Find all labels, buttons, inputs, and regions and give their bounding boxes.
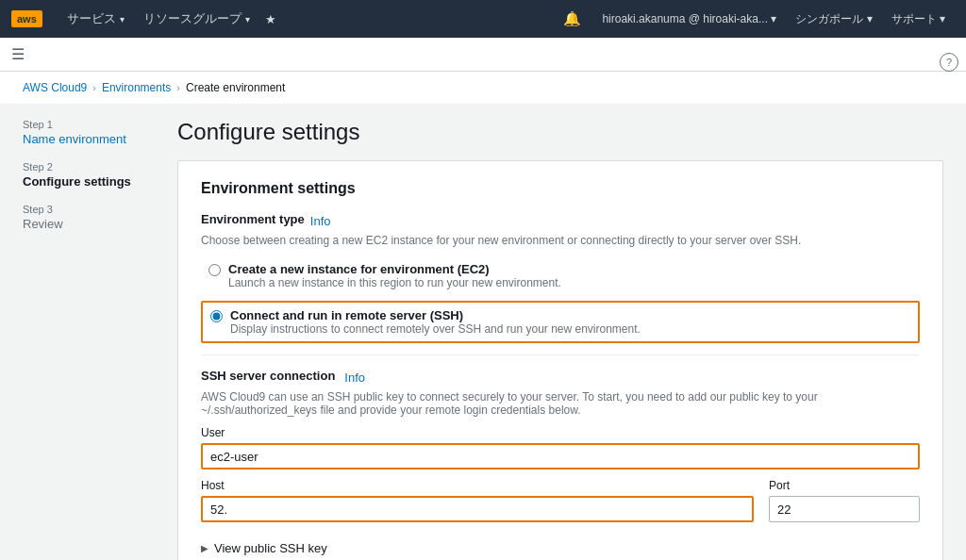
host-port-row: Host Port bbox=[201, 479, 920, 532]
breadcrumb-root[interactable]: AWS Cloud9 bbox=[23, 81, 87, 94]
ec2-radio[interactable] bbox=[208, 264, 221, 276]
support-menu[interactable]: サポート ▾ bbox=[882, 11, 955, 27]
ssh-desc: Display instructions to connect remotely… bbox=[230, 322, 641, 336]
port-field-group: Port bbox=[769, 479, 920, 522]
resource-group-menu[interactable]: リソースグループ ▾ bbox=[134, 0, 259, 38]
environment-settings-panel: Environment settings Environment type In… bbox=[177, 160, 943, 560]
page-title-area: Configure settings bbox=[177, 119, 943, 145]
ssh-radio[interactable] bbox=[210, 310, 223, 322]
user-menu[interactable]: hiroaki.akanuma @ hiroaki-aka... ▾ bbox=[592, 12, 786, 25]
region-menu[interactable]: シンガポール ▾ bbox=[786, 11, 881, 27]
view-ssh-key-chevron: ▶ bbox=[201, 543, 208, 553]
user-label: User bbox=[201, 426, 920, 439]
view-ssh-key-label: View public SSH key bbox=[214, 541, 327, 555]
host-input[interactable] bbox=[201, 496, 754, 522]
favorites-icon[interactable]: ★ bbox=[265, 12, 276, 26]
ssh-section-title: SSH server connection bbox=[201, 369, 335, 383]
region-chevron: ▾ bbox=[867, 12, 873, 25]
ec2-desc: Launch a new instance in this region to … bbox=[228, 276, 561, 289]
aws-logo: aws bbox=[11, 10, 42, 27]
user-field-group: User bbox=[201, 426, 920, 469]
user-chevron: ▾ bbox=[771, 12, 776, 25]
env-type-label: Environment type bbox=[201, 212, 305, 226]
hamburger-menu[interactable]: ☰ bbox=[11, 45, 25, 63]
host-field-group: Host bbox=[201, 479, 754, 522]
top-navigation: aws サービス ▾ リソースグループ ▾ ★ 🔔 hiroaki.akanum… bbox=[0, 0, 966, 38]
services-menu[interactable]: サービス ▾ bbox=[58, 0, 134, 38]
ssh-section: SSH server connection Info AWS Cloud9 ca… bbox=[201, 369, 920, 560]
user-input[interactable] bbox=[201, 443, 920, 469]
notifications-icon[interactable]: 🔔 bbox=[552, 10, 592, 27]
option-ssh[interactable]: Connect and run in remote server (SSH) D… bbox=[201, 301, 920, 343]
breadcrumb-parent[interactable]: Environments bbox=[102, 81, 171, 94]
port-label: Port bbox=[769, 479, 920, 492]
step-1-name[interactable]: Name environment bbox=[23, 132, 155, 146]
wizard-steps: Step 1 Name environment Step 2 Configure… bbox=[23, 119, 155, 560]
step-3: Step 3 Review bbox=[23, 204, 155, 231]
breadcrumb-sep1: › bbox=[92, 82, 96, 93]
host-label: Host bbox=[201, 479, 754, 492]
main-layout: Step 1 Name environment Step 2 Configure… bbox=[0, 104, 966, 560]
step-2-name: Configure settings bbox=[23, 174, 155, 189]
breadcrumb: AWS Cloud9 › Environments › Create envir… bbox=[0, 72, 966, 104]
breadcrumb-sep2: › bbox=[176, 82, 180, 93]
step-1: Step 1 Name environment bbox=[23, 119, 155, 146]
env-type-info-link[interactable]: Info bbox=[310, 214, 331, 228]
port-input[interactable] bbox=[769, 496, 920, 522]
page-title: Configure settings bbox=[177, 119, 943, 145]
option-ec2[interactable]: Create a new instance for environment (E… bbox=[201, 256, 920, 295]
services-chevron: ▾ bbox=[120, 14, 125, 25]
resource-group-chevron: ▾ bbox=[245, 14, 250, 25]
support-chevron: ▾ bbox=[940, 12, 945, 25]
step-3-name: Review bbox=[23, 217, 155, 231]
ssh-desc: AWS Cloud9 can use an SSH public key to … bbox=[201, 390, 920, 417]
breadcrumb-current: Create environment bbox=[186, 81, 285, 94]
step-2: Step 2 Configure settings bbox=[23, 161, 155, 189]
panel-title: Environment settings bbox=[201, 180, 920, 197]
secondary-navigation: ☰ bbox=[0, 38, 966, 72]
ssh-info-link[interactable]: Info bbox=[344, 371, 365, 385]
ec2-label: Create a new instance for environment (E… bbox=[228, 262, 561, 276]
ssh-label: Connect and run in remote server (SSH) bbox=[230, 308, 641, 322]
view-ssh-key-toggle[interactable]: ▶ View public SSH key bbox=[201, 541, 920, 555]
help-icon[interactable]: ? bbox=[940, 53, 958, 72]
env-type-desc: Choose between creating a new EC2 instan… bbox=[201, 234, 920, 247]
content-area: Configure settings Environment settings … bbox=[177, 119, 943, 560]
